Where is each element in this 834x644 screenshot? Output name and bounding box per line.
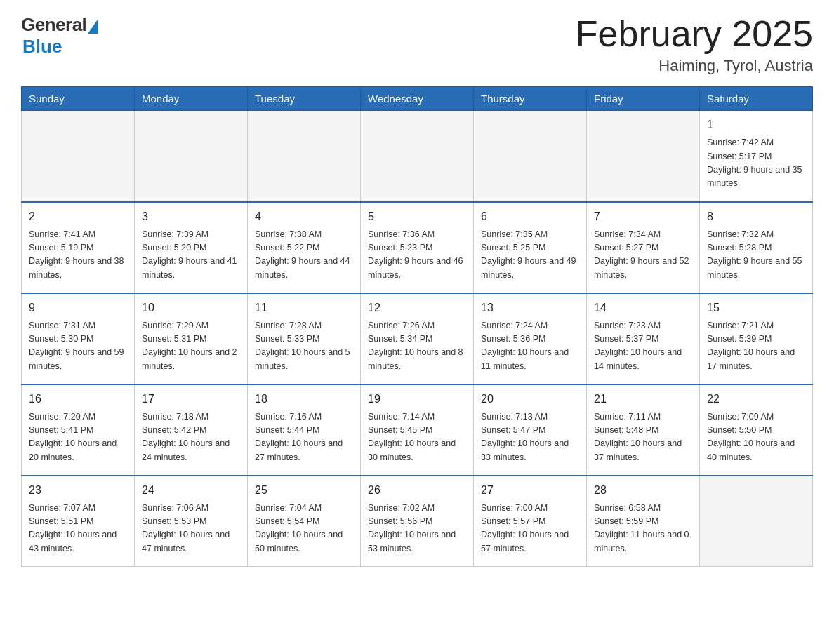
day-number: 7 <box>594 208 692 225</box>
day-number: 13 <box>481 300 579 316</box>
day-of-week-header: Sunday <box>22 87 135 111</box>
calendar-cell: 16Sunrise: 7:20 AMSunset: 5:41 PMDayligh… <box>22 384 135 476</box>
day-info: Sunrise: 7:26 AMSunset: 5:34 PMDaylight:… <box>368 319 466 374</box>
day-info: Sunrise: 7:39 AMSunset: 5:20 PMDaylight:… <box>142 228 240 283</box>
day-number: 19 <box>368 391 466 408</box>
day-number: 6 <box>481 208 579 225</box>
calendar-cell: 9Sunrise: 7:31 AMSunset: 5:30 PMDaylight… <box>22 293 135 384</box>
day-number: 12 <box>368 300 466 316</box>
calendar-cell: 1Sunrise: 7:42 AMSunset: 5:17 PMDaylight… <box>700 111 813 202</box>
day-number: 23 <box>29 482 127 499</box>
calendar-cell <box>700 476 813 567</box>
calendar-cell: 7Sunrise: 7:34 AMSunset: 5:27 PMDaylight… <box>587 202 700 293</box>
calendar-cell: 24Sunrise: 7:06 AMSunset: 5:53 PMDayligh… <box>135 476 248 567</box>
calendar-cell: 20Sunrise: 7:13 AMSunset: 5:47 PMDayligh… <box>474 384 587 476</box>
calendar-header: SundayMondayTuesdayWednesdayThursdayFrid… <box>22 87 813 111</box>
calendar-week-row: 16Sunrise: 7:20 AMSunset: 5:41 PMDayligh… <box>22 384 813 476</box>
day-info: Sunrise: 7:41 AMSunset: 5:19 PMDaylight:… <box>29 228 127 283</box>
calendar-cell: 23Sunrise: 7:07 AMSunset: 5:51 PMDayligh… <box>22 476 135 567</box>
day-number: 25 <box>255 482 353 499</box>
calendar-cell: 22Sunrise: 7:09 AMSunset: 5:50 PMDayligh… <box>700 384 813 476</box>
calendar-cell: 18Sunrise: 7:16 AMSunset: 5:44 PMDayligh… <box>248 384 361 476</box>
page-header: General Blue February 2025 Haiming, Tyro… <box>21 14 813 75</box>
logo: General Blue <box>21 14 98 58</box>
calendar-cell <box>22 111 135 202</box>
day-number: 3 <box>142 208 240 225</box>
calendar-cell <box>248 111 361 202</box>
calendar-cell <box>587 111 700 202</box>
day-number: 8 <box>707 208 805 225</box>
day-info: Sunrise: 7:29 AMSunset: 5:31 PMDaylight:… <box>142 319 240 374</box>
calendar-cell: 26Sunrise: 7:02 AMSunset: 5:56 PMDayligh… <box>361 476 474 567</box>
calendar-cell: 13Sunrise: 7:24 AMSunset: 5:36 PMDayligh… <box>474 293 587 384</box>
calendar-week-row: 23Sunrise: 7:07 AMSunset: 5:51 PMDayligh… <box>22 476 813 567</box>
day-info: Sunrise: 7:11 AMSunset: 5:48 PMDaylight:… <box>594 410 692 465</box>
day-info: Sunrise: 7:00 AMSunset: 5:57 PMDaylight:… <box>481 502 579 556</box>
day-number: 27 <box>481 482 579 499</box>
day-info: Sunrise: 7:38 AMSunset: 5:22 PMDaylight:… <box>255 228 353 283</box>
day-info: Sunrise: 7:36 AMSunset: 5:23 PMDaylight:… <box>368 228 466 283</box>
day-info: Sunrise: 7:24 AMSunset: 5:36 PMDaylight:… <box>481 319 579 374</box>
day-info: Sunrise: 7:20 AMSunset: 5:41 PMDaylight:… <box>29 410 127 465</box>
calendar-cell: 5Sunrise: 7:36 AMSunset: 5:23 PMDaylight… <box>361 202 474 293</box>
day-number: 2 <box>29 208 127 225</box>
day-of-week-header: Monday <box>135 87 248 111</box>
calendar-cell: 27Sunrise: 7:00 AMSunset: 5:57 PMDayligh… <box>474 476 587 567</box>
day-info: Sunrise: 7:35 AMSunset: 5:25 PMDaylight:… <box>481 228 579 283</box>
calendar-cell: 12Sunrise: 7:26 AMSunset: 5:34 PMDayligh… <box>361 293 474 384</box>
day-number: 14 <box>594 300 692 316</box>
day-info: Sunrise: 7:02 AMSunset: 5:56 PMDaylight:… <box>368 502 466 556</box>
day-info: Sunrise: 6:58 AMSunset: 5:59 PMDaylight:… <box>594 502 692 556</box>
day-number: 28 <box>594 482 692 499</box>
day-info: Sunrise: 7:07 AMSunset: 5:51 PMDaylight:… <box>29 502 127 556</box>
day-of-week-header: Thursday <box>474 87 587 111</box>
calendar-week-row: 2Sunrise: 7:41 AMSunset: 5:19 PMDaylight… <box>22 202 813 293</box>
calendar-cell <box>474 111 587 202</box>
day-info: Sunrise: 7:28 AMSunset: 5:33 PMDaylight:… <box>255 319 353 374</box>
logo-triangle-icon <box>88 20 98 34</box>
calendar-cell: 28Sunrise: 6:58 AMSunset: 5:59 PMDayligh… <box>587 476 700 567</box>
calendar-cell: 25Sunrise: 7:04 AMSunset: 5:54 PMDayligh… <box>248 476 361 567</box>
day-number: 10 <box>142 300 240 316</box>
calendar-cell: 3Sunrise: 7:39 AMSunset: 5:20 PMDaylight… <box>135 202 248 293</box>
day-number: 16 <box>29 391 127 408</box>
day-info: Sunrise: 7:04 AMSunset: 5:54 PMDaylight:… <box>255 502 353 556</box>
day-number: 1 <box>707 116 805 133</box>
calendar-week-row: 9Sunrise: 7:31 AMSunset: 5:30 PMDaylight… <box>22 293 813 384</box>
calendar-cell: 19Sunrise: 7:14 AMSunset: 5:45 PMDayligh… <box>361 384 474 476</box>
page-subtitle: Haiming, Tyrol, Austria <box>576 57 813 75</box>
calendar-body: 1Sunrise: 7:42 AMSunset: 5:17 PMDaylight… <box>22 111 813 567</box>
calendar-cell: 2Sunrise: 7:41 AMSunset: 5:19 PMDaylight… <box>22 202 135 293</box>
title-block: February 2025 Haiming, Tyrol, Austria <box>576 14 813 75</box>
calendar-table: SundayMondayTuesdayWednesdayThursdayFrid… <box>21 86 813 567</box>
calendar-cell: 14Sunrise: 7:23 AMSunset: 5:37 PMDayligh… <box>587 293 700 384</box>
day-number: 21 <box>594 391 692 408</box>
day-number: 11 <box>255 300 353 316</box>
day-number: 15 <box>707 300 805 316</box>
day-info: Sunrise: 7:42 AMSunset: 5:17 PMDaylight:… <box>707 136 805 191</box>
day-number: 17 <box>142 391 240 408</box>
calendar-cell: 6Sunrise: 7:35 AMSunset: 5:25 PMDaylight… <box>474 202 587 293</box>
calendar-cell: 10Sunrise: 7:29 AMSunset: 5:31 PMDayligh… <box>135 293 248 384</box>
day-number: 4 <box>255 208 353 225</box>
day-number: 24 <box>142 482 240 499</box>
calendar-cell: 15Sunrise: 7:21 AMSunset: 5:39 PMDayligh… <box>700 293 813 384</box>
calendar-cell: 17Sunrise: 7:18 AMSunset: 5:42 PMDayligh… <box>135 384 248 476</box>
logo-blue-text: Blue <box>22 36 62 58</box>
day-of-week-header: Wednesday <box>361 87 474 111</box>
day-of-week-header: Friday <box>587 87 700 111</box>
day-number: 26 <box>368 482 466 499</box>
day-info: Sunrise: 7:16 AMSunset: 5:44 PMDaylight:… <box>255 410 353 465</box>
calendar-week-row: 1Sunrise: 7:42 AMSunset: 5:17 PMDaylight… <box>22 111 813 202</box>
calendar-cell <box>361 111 474 202</box>
day-info: Sunrise: 7:09 AMSunset: 5:50 PMDaylight:… <box>707 410 805 465</box>
day-number: 5 <box>368 208 466 225</box>
logo-general-text: General <box>21 14 86 36</box>
calendar-cell <box>135 111 248 202</box>
day-info: Sunrise: 7:23 AMSunset: 5:37 PMDaylight:… <box>594 319 692 374</box>
day-info: Sunrise: 7:32 AMSunset: 5:28 PMDaylight:… <box>707 228 805 283</box>
calendar-cell: 4Sunrise: 7:38 AMSunset: 5:22 PMDaylight… <box>248 202 361 293</box>
calendar-cell: 11Sunrise: 7:28 AMSunset: 5:33 PMDayligh… <box>248 293 361 384</box>
day-info: Sunrise: 7:06 AMSunset: 5:53 PMDaylight:… <box>142 502 240 556</box>
day-info: Sunrise: 7:21 AMSunset: 5:39 PMDaylight:… <box>707 319 805 374</box>
